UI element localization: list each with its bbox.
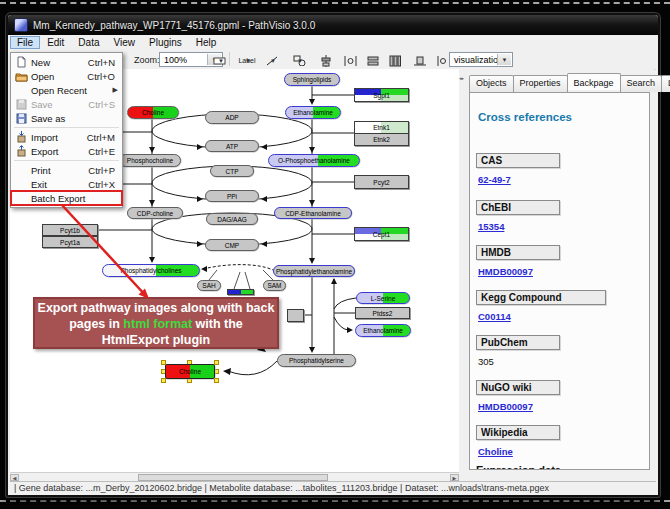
annotation-callout: Export pathway images along with back pa… [33,297,279,349]
backpage-panel: Cross references CAS 62-49-7 ChEBI 15354… [469,92,650,470]
status-bar: | Gene database: ...m_Derby_20120602.bri… [10,481,656,494]
tab-search[interactable]: Search [620,75,663,92]
node-choline[interactable]: Choline [127,106,179,119]
scroll-right-arrow-icon[interactable]: ▶ [450,474,459,481]
app-icon [14,18,28,32]
menu-separator [14,160,119,161]
space-vertical-icon [437,55,447,67]
node-cdp-choline[interactable]: CDP-choline [127,207,183,219]
node-cdp-ethanolamine[interactable]: CDP-Ethanolamine [274,207,352,219]
menu-help[interactable]: Help [189,36,224,49]
screenshot-marquee-top [0,2,670,4]
right-sidebar: Objects Properties Backpage Search Legen… [465,69,654,472]
chevron-down-icon[interactable]: ▼ [497,54,511,65]
menu-item-exit[interactable]: Exit Ctrl+X [11,177,122,191]
xref-section-cas: CAS 62-49-7 [476,153,639,187]
tab-backpage[interactable]: Backpage [567,73,621,90]
node-ethanolamine[interactable]: Ethanolamine [285,106,341,119]
menu-data[interactable]: Data [71,36,106,49]
line-tool-button[interactable]: ▼ [259,52,285,69]
menu-item-open-recent[interactable]: Open Recent ▶ [11,83,122,97]
node-choline-selected[interactable]: Choline [165,364,215,379]
node-cmp[interactable]: CMP [205,239,259,251]
xref-link[interactable]: 15354 [478,221,504,232]
selected-node-choline[interactable]: Choline [161,360,219,383]
selection-handle[interactable] [214,378,219,383]
stack-columns-icon [389,55,401,67]
node-sam[interactable]: SAM [263,280,286,291]
save-icon [14,98,29,110]
node-o-phosphoethanolamine[interactable]: O-Phosphoethanolamine [268,154,360,167]
stack-columns-button[interactable] [386,52,404,69]
cross-references-heading: Cross references [478,111,572,123]
xref-link[interactable]: Choline [478,446,513,457]
menu-item-export[interactable]: Export Ctrl+E [11,144,122,158]
gene-ptdss2[interactable]: Ptdss2 [355,307,410,319]
xref-section-kegg: Kegg Compound C00114 [476,290,639,324]
space-horizontal-button[interactable] [341,52,359,69]
tab-properties[interactable]: Properties [513,75,568,92]
xref-link[interactable]: 62-49-7 [478,174,511,185]
gene-sgpl1[interactable]: Sgpl1 [354,88,409,102]
xref-section-pubchem: PubChem 305 [476,335,639,369]
menu-edit[interactable]: Edit [40,36,71,49]
menu-item-new[interactable]: New Ctrl+N [11,55,122,69]
space-vertical-button[interactable] [434,52,450,69]
node-adp[interactable]: ADP [205,111,259,124]
xref-section-hmdb: HMDB HMDB00097 [476,245,639,279]
gene-tool-button[interactable]: ▼ [206,52,234,69]
submenu-arrow-icon: ▶ [113,86,118,94]
import-icon [14,131,29,143]
xref-link[interactable]: HMDB00097 [478,266,533,277]
node-phosphatidylserine[interactable]: Phosphatidylserine [277,354,356,367]
align-center-button[interactable] [317,52,335,69]
node-sah[interactable]: SAH [197,280,221,291]
gene-pcyt2[interactable]: Pcyt2 [354,175,409,189]
align-bottom-button[interactable] [411,52,429,69]
align-bottom-icon [414,55,426,67]
xref-section-nugo: NuGO wiki HMDB00097 [476,380,639,414]
file-menu-dropdown: New Ctrl+N Open Ctrl+O Open Recent ▶ Sav… [10,52,123,208]
scrollbar-thumb[interactable] [138,474,328,481]
gene-pcyt1a[interactable]: Pcyt1a [42,236,98,248]
node-l-serine[interactable]: L-Serine [356,292,410,304]
menu-item-import[interactable]: Import Ctrl+M [11,130,122,144]
gene-pcyt1b[interactable]: Pcyt1b [42,224,98,236]
node-dag-aag[interactable]: DAG/AAG [206,213,258,225]
tab-objects[interactable]: Objects [469,75,514,92]
align-center-icon [320,55,332,67]
node-ppi[interactable]: PPi [205,190,259,202]
gene-cept1[interactable]: Cept1 [354,227,409,241]
node-phosphatidylcholines[interactable]: Phosphatidylcholines [102,264,200,277]
label-tool-button[interactable]: Label▼ [234,52,260,69]
node-ctp[interactable]: CTP [210,165,254,177]
stack-rows-icon [367,55,379,67]
shape-tool-button[interactable]: ▼ [286,52,312,69]
tab-legend[interactable]: Legend [661,75,670,92]
node-phosphocholine[interactable]: Phosphocholine [119,154,181,167]
menu-plugins[interactable]: Plugins [142,36,189,49]
title-bar[interactable]: Mm_Kennedy_pathway_WP1771_45176.gpml - P… [8,15,658,35]
xref-link[interactable]: HMDB00097 [478,401,533,412]
visualization-combobox[interactable]: visualization ▼ [449,52,513,67]
open-folder-icon [14,70,29,82]
menu-file[interactable]: File [10,36,40,49]
menu-item-save[interactable]: Save Ctrl+S [11,97,122,111]
gene-pisd[interactable] [287,309,304,322]
menu-item-batch-export[interactable]: Batch Export [11,191,122,205]
gene-pemt[interactable] [227,289,254,295]
menu-view[interactable]: View [106,36,142,49]
node-ethanolamine-bottom[interactable]: Ethanolamine [355,324,411,337]
xref-link[interactable]: C00114 [478,311,511,322]
node-atp[interactable]: ATP [205,140,259,152]
menu-item-open[interactable]: Open Ctrl+O [11,69,122,83]
menu-separator [14,127,119,128]
gene-etnk2[interactable]: Etnk2 [354,133,409,146]
window-title: Mm_Kennedy_pathway_WP1771_45176.gpml - P… [33,20,315,31]
node-phosphatidylethanolamine[interactable]: Phosphatidylethanolamine [273,265,355,277]
node-sphingolipids[interactable]: Sphingolipids [284,73,340,86]
stack-rows-button[interactable] [364,52,382,69]
scroll-left-arrow-icon[interactable]: ◀ [10,474,19,481]
menu-item-print[interactable]: Print Ctrl+P [11,163,122,177]
menu-item-save-as[interactable]: Save as [11,111,122,125]
